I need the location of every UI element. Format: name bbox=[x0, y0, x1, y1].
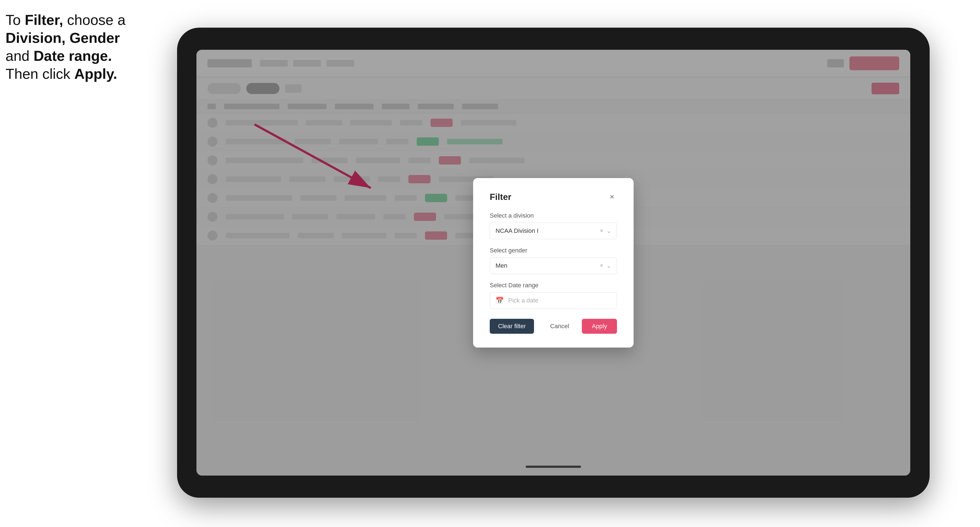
tablet-screen: Filter × Select a division NCAA Division… bbox=[196, 50, 910, 476]
gender-select[interactable]: Men × ⌄ bbox=[490, 257, 617, 274]
footer-btn-group: Cancel Apply bbox=[542, 319, 617, 334]
modal-overlay: Filter × Select a division NCAA Division… bbox=[196, 50, 910, 476]
date-label: Select Date range bbox=[490, 282, 617, 289]
modal-footer: Clear filter Cancel Apply bbox=[490, 319, 617, 334]
division-group: Select a division NCAA Division I × ⌄ bbox=[490, 212, 617, 239]
gender-clear-icon[interactable]: × bbox=[600, 262, 603, 269]
date-group: Select Date range 📅 Pick a date bbox=[490, 282, 617, 309]
modal-close-button[interactable]: × bbox=[607, 192, 617, 202]
instruction-line1-normal: To bbox=[6, 12, 25, 28]
gender-value: Men bbox=[496, 262, 508, 269]
calendar-icon: 📅 bbox=[496, 297, 504, 305]
gender-controls: × ⌄ bbox=[600, 262, 611, 269]
cancel-button[interactable]: Cancel bbox=[542, 319, 577, 334]
instruction-text: To Filter, choose a Division, Gender and… bbox=[6, 11, 166, 83]
instruction-line1-bold: Filter, bbox=[25, 12, 63, 28]
gender-label: Select gender bbox=[490, 247, 617, 254]
date-input[interactable]: 📅 Pick a date bbox=[490, 292, 617, 309]
division-controls: × ⌄ bbox=[600, 227, 611, 234]
modal-header: Filter × bbox=[490, 192, 617, 202]
tablet-frame: Filter × Select a division NCAA Division… bbox=[177, 28, 930, 498]
instruction-line3-bold: Division, Gender bbox=[6, 30, 120, 46]
gender-chevron-icon: ⌄ bbox=[606, 262, 611, 269]
modal-title: Filter bbox=[490, 192, 511, 202]
instruction-line5-bold: Apply. bbox=[75, 66, 117, 82]
instruction-line4-normal: and bbox=[6, 48, 33, 64]
division-label: Select a division bbox=[490, 212, 617, 219]
division-clear-icon[interactable]: × bbox=[600, 227, 603, 234]
instruction-line5-normal: Then click bbox=[6, 66, 75, 82]
clear-filter-button[interactable]: Clear filter bbox=[490, 319, 534, 334]
instruction-line4-bold: Date range. bbox=[33, 48, 112, 64]
apply-button[interactable]: Apply bbox=[582, 319, 617, 334]
filter-modal: Filter × Select a division NCAA Division… bbox=[473, 178, 633, 348]
gender-group: Select gender Men × ⌄ bbox=[490, 247, 617, 274]
date-placeholder: Pick a date bbox=[508, 297, 538, 304]
division-value: NCAA Division I bbox=[496, 227, 538, 235]
division-select[interactable]: NCAA Division I × ⌄ bbox=[490, 222, 617, 239]
instruction-line2-normal: choose a bbox=[63, 12, 126, 28]
division-chevron-icon: ⌄ bbox=[606, 227, 611, 234]
